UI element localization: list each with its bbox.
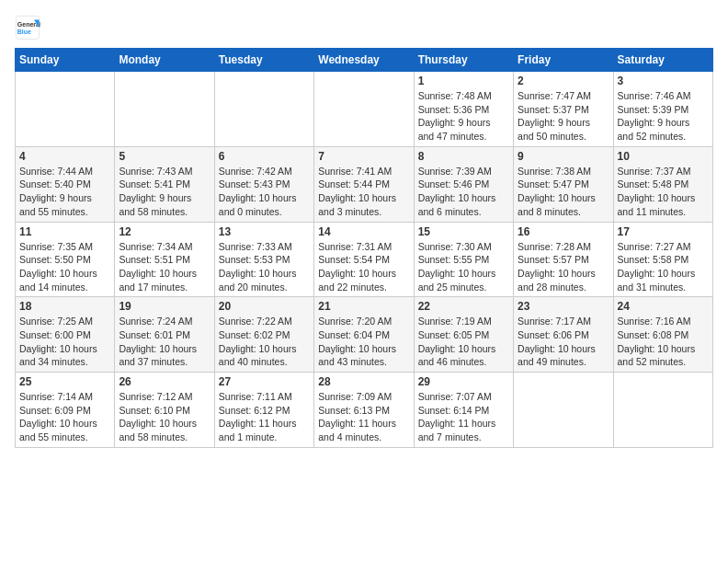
day-number: 1	[418, 75, 509, 87]
day-info: Sunrise: 7:38 AMSunset: 5:47 PMDaylight:…	[518, 165, 609, 219]
calendar-cell: 23Sunrise: 7:17 AMSunset: 6:06 PMDayligh…	[514, 297, 613, 373]
day-info: Sunrise: 7:17 AMSunset: 6:06 PMDaylight:…	[518, 315, 609, 369]
day-info: Sunrise: 7:44 AMSunset: 5:40 PMDaylight:…	[19, 165, 110, 219]
calendar-table: SundayMondayTuesdayWednesdayThursdayFrid…	[15, 48, 713, 448]
day-number: 2	[518, 75, 609, 87]
calendar-cell: 22Sunrise: 7:19 AMSunset: 6:05 PMDayligh…	[414, 297, 513, 373]
day-of-week-header: Saturday	[613, 49, 712, 72]
calendar-week-row: 1Sunrise: 7:48 AMSunset: 5:36 PMDaylight…	[16, 72, 713, 147]
day-info: Sunrise: 7:07 AMSunset: 6:14 PMDaylight:…	[418, 390, 509, 444]
calendar-cell: 25Sunrise: 7:14 AMSunset: 6:09 PMDayligh…	[16, 373, 115, 448]
calendar-cell	[613, 373, 712, 448]
day-of-week-header: Thursday	[414, 49, 513, 72]
logo-icon: General Blue	[15, 15, 40, 40]
calendar-cell	[314, 72, 414, 147]
day-number: 5	[119, 150, 210, 163]
day-of-week-header: Sunday	[16, 49, 115, 72]
day-number: 8	[418, 150, 509, 163]
day-info: Sunrise: 7:20 AMSunset: 6:04 PMDaylight:…	[318, 315, 409, 369]
day-of-week-header: Monday	[115, 49, 214, 72]
calendar-cell: 13Sunrise: 7:33 AMSunset: 5:53 PMDayligh…	[214, 222, 313, 297]
calendar-cell: 8Sunrise: 7:39 AMSunset: 5:46 PMDaylight…	[414, 146, 513, 222]
day-number: 11	[19, 225, 110, 238]
day-info: Sunrise: 7:28 AMSunset: 5:57 PMDaylight:…	[518, 240, 609, 294]
calendar-cell: 6Sunrise: 7:42 AMSunset: 5:43 PMDaylight…	[214, 146, 313, 222]
calendar-cell: 16Sunrise: 7:28 AMSunset: 5:57 PMDayligh…	[514, 222, 613, 297]
calendar-cell: 9Sunrise: 7:38 AMSunset: 5:47 PMDaylight…	[514, 146, 613, 222]
day-number: 27	[219, 375, 310, 388]
day-number: 26	[119, 375, 210, 388]
day-number: 14	[318, 225, 409, 238]
calendar-week-row: 4Sunrise: 7:44 AMSunset: 5:40 PMDaylight…	[16, 146, 713, 222]
day-number: 29	[418, 375, 509, 388]
day-of-week-header: Friday	[514, 49, 613, 72]
day-info: Sunrise: 7:12 AMSunset: 6:10 PMDaylight:…	[119, 390, 210, 444]
day-number: 20	[219, 300, 310, 313]
calendar-week-row: 25Sunrise: 7:14 AMSunset: 6:09 PMDayligh…	[16, 373, 713, 448]
calendar-cell: 18Sunrise: 7:25 AMSunset: 6:00 PMDayligh…	[16, 297, 115, 373]
day-info: Sunrise: 7:09 AMSunset: 6:13 PMDaylight:…	[318, 390, 409, 444]
calendar-cell: 21Sunrise: 7:20 AMSunset: 6:04 PMDayligh…	[314, 297, 414, 373]
calendar-week-row: 18Sunrise: 7:25 AMSunset: 6:00 PMDayligh…	[16, 297, 713, 373]
calendar-cell: 7Sunrise: 7:41 AMSunset: 5:44 PMDaylight…	[314, 146, 414, 222]
day-info: Sunrise: 7:42 AMSunset: 5:43 PMDaylight:…	[219, 165, 310, 219]
day-number: 12	[119, 225, 210, 238]
day-info: Sunrise: 7:35 AMSunset: 5:50 PMDaylight:…	[19, 240, 110, 294]
day-number: 23	[518, 300, 609, 313]
day-info: Sunrise: 7:19 AMSunset: 6:05 PMDaylight:…	[418, 315, 509, 369]
day-number: 15	[418, 225, 509, 238]
calendar-cell: 26Sunrise: 7:12 AMSunset: 6:10 PMDayligh…	[115, 373, 214, 448]
day-number: 25	[19, 375, 110, 388]
calendar-cell: 3Sunrise: 7:46 AMSunset: 5:39 PMDaylight…	[613, 72, 712, 147]
calendar-cell: 10Sunrise: 7:37 AMSunset: 5:48 PMDayligh…	[613, 146, 712, 222]
calendar-cell	[514, 373, 613, 448]
calendar-cell	[16, 72, 115, 147]
calendar-cell	[115, 72, 214, 147]
day-number: 19	[119, 300, 210, 313]
day-info: Sunrise: 7:41 AMSunset: 5:44 PMDaylight:…	[318, 165, 409, 219]
day-number: 3	[618, 75, 709, 87]
day-info: Sunrise: 7:27 AMSunset: 5:58 PMDaylight:…	[618, 240, 709, 294]
day-info: Sunrise: 7:47 AMSunset: 5:37 PMDaylight:…	[518, 89, 609, 144]
day-number: 22	[418, 300, 509, 313]
calendar-cell: 5Sunrise: 7:43 AMSunset: 5:41 PMDaylight…	[115, 146, 214, 222]
calendar-cell: 27Sunrise: 7:11 AMSunset: 6:12 PMDayligh…	[214, 373, 313, 448]
calendar-cell: 1Sunrise: 7:48 AMSunset: 5:36 PMDaylight…	[414, 72, 513, 147]
calendar-cell: 19Sunrise: 7:24 AMSunset: 6:01 PMDayligh…	[115, 297, 214, 373]
svg-rect-0	[16, 16, 39, 39]
calendar-header-row: SundayMondayTuesdayWednesdayThursdayFrid…	[16, 49, 713, 72]
calendar-cell: 14Sunrise: 7:31 AMSunset: 5:54 PMDayligh…	[314, 222, 414, 297]
day-info: Sunrise: 7:16 AMSunset: 6:08 PMDaylight:…	[618, 315, 709, 369]
day-info: Sunrise: 7:11 AMSunset: 6:12 PMDaylight:…	[219, 390, 310, 444]
day-info: Sunrise: 7:46 AMSunset: 5:39 PMDaylight:…	[618, 89, 709, 144]
calendar-cell: 20Sunrise: 7:22 AMSunset: 6:02 PMDayligh…	[214, 297, 313, 373]
day-info: Sunrise: 7:43 AMSunset: 5:41 PMDaylight:…	[119, 165, 210, 219]
calendar-cell	[214, 72, 313, 147]
day-number: 28	[318, 375, 409, 388]
calendar-cell: 2Sunrise: 7:47 AMSunset: 5:37 PMDaylight…	[514, 72, 613, 147]
day-info: Sunrise: 7:37 AMSunset: 5:48 PMDaylight:…	[618, 165, 709, 219]
page-header: General Blue	[15, 15, 713, 40]
day-of-week-header: Wednesday	[314, 49, 414, 72]
day-number: 13	[219, 225, 310, 238]
day-info: Sunrise: 7:14 AMSunset: 6:09 PMDaylight:…	[19, 390, 110, 444]
calendar-cell: 29Sunrise: 7:07 AMSunset: 6:14 PMDayligh…	[414, 373, 513, 448]
day-number: 10	[618, 150, 709, 163]
day-info: Sunrise: 7:39 AMSunset: 5:46 PMDaylight:…	[418, 165, 509, 219]
day-info: Sunrise: 7:48 AMSunset: 5:36 PMDaylight:…	[418, 89, 509, 144]
day-number: 4	[19, 150, 110, 163]
day-number: 17	[618, 225, 709, 238]
logo: General Blue	[15, 15, 44, 40]
day-number: 24	[618, 300, 709, 313]
day-number: 6	[219, 150, 310, 163]
day-number: 9	[518, 150, 609, 163]
calendar-cell: 15Sunrise: 7:30 AMSunset: 5:55 PMDayligh…	[414, 222, 513, 297]
calendar-cell: 24Sunrise: 7:16 AMSunset: 6:08 PMDayligh…	[613, 297, 712, 373]
calendar-week-row: 11Sunrise: 7:35 AMSunset: 5:50 PMDayligh…	[16, 222, 713, 297]
day-number: 18	[19, 300, 110, 313]
svg-text:Blue: Blue	[17, 29, 31, 35]
day-info: Sunrise: 7:22 AMSunset: 6:02 PMDaylight:…	[219, 315, 310, 369]
day-info: Sunrise: 7:31 AMSunset: 5:54 PMDaylight:…	[318, 240, 409, 294]
calendar-cell: 12Sunrise: 7:34 AMSunset: 5:51 PMDayligh…	[115, 222, 214, 297]
day-info: Sunrise: 7:24 AMSunset: 6:01 PMDaylight:…	[119, 315, 210, 369]
